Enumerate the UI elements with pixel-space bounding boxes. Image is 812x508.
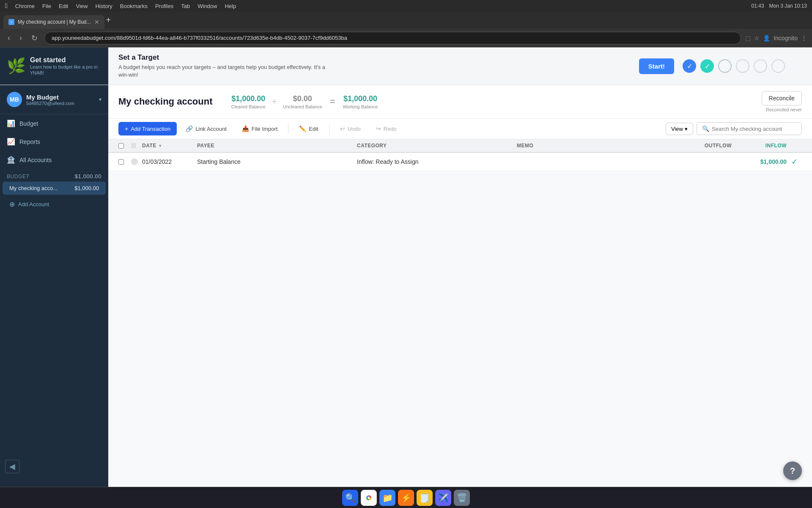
sidebar-logo-area[interactable]: MB My Budget 5d485270@uifeed.com ▾ bbox=[0, 85, 108, 114]
link-account-button[interactable]: 🔗 Link Account bbox=[179, 122, 233, 135]
add-transaction-label: Add Transaction bbox=[131, 126, 170, 132]
row-category: Inflow: Ready to Assign bbox=[357, 158, 517, 165]
date-label: DATE bbox=[142, 143, 156, 149]
edit-label: Edit bbox=[309, 126, 318, 132]
account-name: My checking acco... bbox=[9, 185, 74, 191]
url-input[interactable] bbox=[44, 32, 741, 44]
undo-icon: ↩ bbox=[340, 125, 345, 132]
import-icon: 📥 bbox=[242, 125, 249, 132]
reconcile-button[interactable]: Reconcile bbox=[762, 91, 802, 105]
redo-button[interactable]: ↪ Redo bbox=[370, 122, 403, 135]
active-tab[interactable]: Y My checking account | My Bud... ✕ bbox=[3, 15, 104, 29]
add-transaction-button[interactable]: + Add Transaction bbox=[118, 122, 177, 135]
reload-button[interactable]: ↻ bbox=[29, 32, 40, 44]
menu-bookmarks[interactable]: Bookmarks bbox=[120, 3, 148, 9]
apple-menu[interactable]:  bbox=[5, 2, 8, 10]
menu-chrome[interactable]: Chrome bbox=[15, 3, 35, 9]
progress-circles: ✓ ✓ bbox=[683, 59, 802, 73]
sidebar-account-checking[interactable]: My checking acco... $1,000.00 bbox=[3, 182, 106, 195]
bookmark-icon[interactable]: ☆ bbox=[754, 35, 760, 41]
dock-notes[interactable]: 🗒️ bbox=[417, 490, 433, 506]
view-button[interactable]: View ▾ bbox=[666, 123, 693, 135]
menu-tab[interactable]: Tab bbox=[181, 3, 190, 9]
reports-label: Reports bbox=[19, 138, 40, 145]
file-import-button[interactable]: 📥 File Import bbox=[236, 122, 284, 135]
menu-profiles[interactable]: Profiles bbox=[155, 3, 173, 9]
progress-circle-2: ✓ bbox=[700, 59, 714, 73]
budget-dropdown-arrow[interactable]: ▾ bbox=[99, 97, 102, 102]
forward-button[interactable]: › bbox=[17, 32, 25, 44]
main-content: My checking account $1,000.00 Cleared Ba… bbox=[108, 85, 812, 487]
select-all-checkbox[interactable] bbox=[118, 143, 131, 149]
more-icon[interactable]: ⋮ bbox=[801, 35, 807, 41]
sidebar-item-all-accounts[interactable]: 🏦 All Accounts bbox=[0, 151, 108, 169]
menu-file[interactable]: File bbox=[42, 3, 51, 9]
row-checkbox[interactable] bbox=[118, 159, 131, 165]
dock-travel[interactable]: ✈️ bbox=[435, 490, 451, 506]
account-title-area: My checking account bbox=[118, 96, 213, 107]
help-button[interactable]: ? bbox=[783, 461, 802, 480]
dock-chrome[interactable] bbox=[361, 490, 377, 506]
budget-logo: MB bbox=[7, 92, 22, 107]
edit-icon: ✏️ bbox=[299, 125, 306, 132]
budget-name: My Budget bbox=[26, 94, 74, 101]
uncleared-balance-amount: $0.00 bbox=[283, 94, 322, 103]
search-box[interactable]: 🔍 bbox=[697, 122, 802, 135]
menu-window[interactable]: Window bbox=[198, 3, 217, 9]
dock-finder[interactable]: 🔍 bbox=[342, 490, 358, 506]
search-icon: 🔍 bbox=[702, 125, 709, 132]
menu-edit[interactable]: Edit bbox=[59, 3, 68, 9]
reports-icon: 📈 bbox=[7, 138, 15, 146]
outflow-header: OUTFLOW bbox=[677, 143, 732, 149]
undo-button[interactable]: ↩ Undo bbox=[334, 122, 367, 135]
macos-menu-bar:  Chrome File Edit View History Bookmark… bbox=[0, 0, 812, 12]
battery-time: 01:43 bbox=[752, 3, 764, 9]
set-target-title: Set a Target bbox=[118, 53, 631, 62]
menu-help[interactable]: Help bbox=[225, 3, 236, 9]
status-bar: 01:43 Mon 3 Jan 10:13 bbox=[752, 3, 807, 9]
undo-label: Undo bbox=[348, 126, 361, 132]
table-row[interactable]: 01/03/2022 Starting Balance Inflow: Read… bbox=[108, 153, 812, 171]
back-button[interactable]: ‹ bbox=[5, 32, 13, 44]
sidebar-item-reports[interactable]: 📈 Reports bbox=[0, 133, 108, 151]
view-label: View bbox=[671, 126, 683, 132]
new-tab-button[interactable]: + bbox=[106, 15, 111, 25]
start-button[interactable]: Start! bbox=[639, 58, 674, 74]
extensions-icon[interactable]: ⬚ bbox=[745, 35, 751, 41]
dock-reeder[interactable]: ⚡ bbox=[398, 490, 414, 506]
row-action[interactable]: ✓ bbox=[787, 157, 802, 166]
payee-header: PAYEE bbox=[197, 143, 357, 149]
account-header: My checking account $1,000.00 Cleared Ba… bbox=[108, 85, 812, 119]
edit-button[interactable]: ✏️ Edit bbox=[293, 122, 324, 135]
file-import-label: File Import bbox=[252, 126, 277, 132]
add-account-button[interactable]: ⊕ Add Account bbox=[3, 197, 106, 212]
menu-view[interactable]: View bbox=[76, 3, 88, 9]
cleared-balance-amount: $1,000.00 bbox=[231, 94, 266, 103]
tab-close-button[interactable]: ✕ bbox=[94, 19, 99, 25]
svg-point-1 bbox=[368, 497, 370, 499]
app-container: MB My Budget 5d485270@uifeed.com ▾ 📊 Bud… bbox=[0, 85, 812, 487]
actions-header bbox=[787, 143, 802, 149]
view-dropdown-icon: ▾ bbox=[685, 126, 688, 132]
progress-circle-6 bbox=[771, 59, 785, 73]
set-target-card: Set a Target A budget helps you reach yo… bbox=[108, 47, 812, 85]
progress-circle-1: ✓ bbox=[683, 59, 696, 73]
row-inflow: $1,000.00 bbox=[732, 158, 787, 165]
working-balance: $1,000.00 Working Balance bbox=[343, 94, 378, 109]
menu-history[interactable]: History bbox=[95, 3, 112, 9]
inflow-header: INFLOW bbox=[732, 143, 787, 149]
row-date: 01/03/2022 bbox=[142, 158, 197, 165]
incognito-label: Incognito bbox=[774, 35, 798, 41]
profile-icon[interactable]: 👤 bbox=[763, 35, 770, 41]
set-target-content: Set a Target A budget helps you reach yo… bbox=[118, 53, 631, 79]
sidebar-item-budget[interactable]: 📊 Budget bbox=[0, 114, 108, 133]
dock-trash[interactable]: 🗑️ bbox=[454, 490, 470, 506]
dock-files[interactable]: 📁 bbox=[379, 490, 395, 506]
cleared-indicator bbox=[131, 158, 138, 165]
menu-items[interactable]:  Chrome File Edit View History Bookmark… bbox=[5, 2, 236, 10]
table-header: DATE ▼ PAYEE CATEGORY MEMO OUTFLOW INFLO… bbox=[108, 139, 812, 153]
balance-section: $1,000.00 Cleared Balance + $0.00 Unclea… bbox=[231, 94, 378, 109]
collapse-sidebar-button[interactable]: ◀ bbox=[5, 460, 19, 473]
search-input[interactable] bbox=[712, 126, 796, 132]
date-header[interactable]: DATE ▼ bbox=[142, 143, 197, 149]
